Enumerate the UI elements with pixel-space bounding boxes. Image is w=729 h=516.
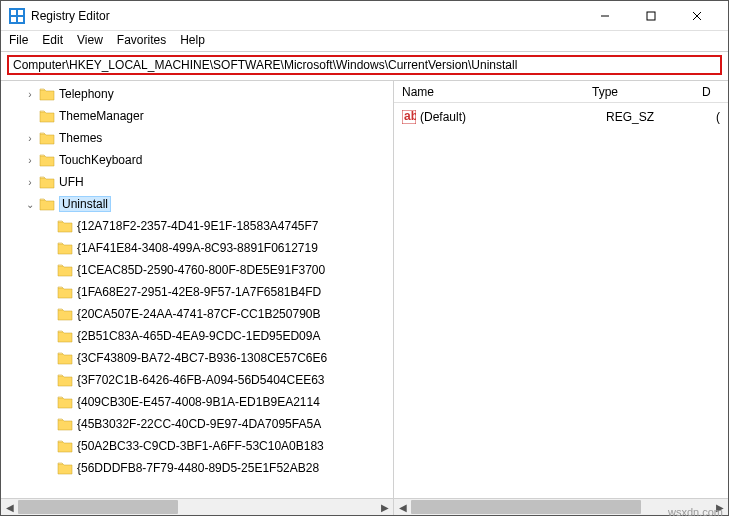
menu-favorites[interactable]: Favorites bbox=[117, 33, 166, 47]
tree-item[interactable]: ⌄Uninstall bbox=[1, 193, 393, 215]
tree-label: {1FA68E27-2951-42E8-9F57-1A7F6581B4FD bbox=[77, 285, 321, 299]
tree-item[interactable]: {20CA507E-24AA-4741-87CF-CC1B250790B bbox=[1, 303, 393, 325]
tree-item[interactable]: ›Telephony bbox=[1, 83, 393, 105]
tree-label: {20CA507E-24AA-4741-87CF-CC1B250790B bbox=[77, 307, 321, 321]
tree-label: Themes bbox=[59, 131, 102, 145]
folder-icon bbox=[39, 197, 55, 211]
tree-item[interactable]: {56DDDFB8-7F79-4480-89D5-25E1F52AB28 bbox=[1, 457, 393, 479]
folder-icon bbox=[57, 461, 73, 475]
folder-icon bbox=[57, 285, 73, 299]
tree-h-scrollbar[interactable]: ◀ ▶ bbox=[1, 498, 393, 515]
value-row[interactable]: ab(Default)REG_SZ( bbox=[402, 107, 720, 127]
tree-label: {45B3032F-22CC-40CD-9E97-4DA7095FA5A bbox=[77, 417, 321, 431]
folder-icon bbox=[57, 417, 73, 431]
tree-label: {2B51C83A-465D-4EA9-9CDC-1ED95ED09A bbox=[77, 329, 320, 343]
menu-help[interactable]: Help bbox=[180, 33, 205, 47]
tree-item[interactable]: {2B51C83A-465D-4EA9-9CDC-1ED95ED09A bbox=[1, 325, 393, 347]
scroll-left-icon[interactable]: ◀ bbox=[394, 499, 411, 515]
maximize-button[interactable] bbox=[628, 1, 674, 30]
chevron-right-icon[interactable]: › bbox=[23, 177, 37, 188]
tree-label: {50A2BC33-C9CD-3BF1-A6FF-53C10A0B183 bbox=[77, 439, 324, 453]
folder-icon bbox=[57, 329, 73, 343]
menu-file[interactable]: File bbox=[9, 33, 28, 47]
tree-label: {12A718F2-2357-4D41-9E1F-18583A4745F7 bbox=[77, 219, 319, 233]
tree-item[interactable]: ›Themes bbox=[1, 127, 393, 149]
folder-icon bbox=[39, 131, 55, 145]
tree-item[interactable]: {50A2BC33-C9CD-3BF1-A6FF-53C10A0B183 bbox=[1, 435, 393, 457]
scroll-thumb[interactable] bbox=[18, 500, 178, 514]
tree-item[interactable]: {45B3032F-22CC-40CD-9E97-4DA7095FA5A bbox=[1, 413, 393, 435]
scroll-left-icon[interactable]: ◀ bbox=[1, 499, 18, 515]
menu-edit[interactable]: Edit bbox=[42, 33, 63, 47]
values-pane[interactable]: Name Type D ab(Default)REG_SZ( ◀ ▶ bbox=[394, 81, 728, 515]
tree-item[interactable]: {1AF41E84-3408-499A-8C93-8891F0612719 bbox=[1, 237, 393, 259]
app-icon bbox=[9, 8, 25, 24]
svg-rect-4 bbox=[18, 17, 23, 22]
menu-view[interactable]: View bbox=[77, 33, 103, 47]
svg-text:ab: ab bbox=[404, 110, 416, 123]
tree-label: {409CB30E-E457-4008-9B1A-ED1B9EA2114 bbox=[77, 395, 320, 409]
tree-label: TouchKeyboard bbox=[59, 153, 142, 167]
tree-item[interactable]: ThemeManager bbox=[1, 105, 393, 127]
watermark: wsxdn.com bbox=[668, 506, 723, 516]
svg-rect-1 bbox=[11, 10, 16, 15]
title-bar: Registry Editor bbox=[1, 1, 728, 31]
col-type[interactable]: Type bbox=[592, 85, 702, 99]
scroll-thumb[interactable] bbox=[411, 500, 641, 514]
tree-item[interactable]: ›TouchKeyboard bbox=[1, 149, 393, 171]
string-value-icon: ab bbox=[402, 110, 416, 124]
folder-icon bbox=[57, 241, 73, 255]
tree-label: ThemeManager bbox=[59, 109, 144, 123]
folder-icon bbox=[39, 153, 55, 167]
close-button[interactable] bbox=[674, 1, 720, 30]
folder-icon bbox=[57, 307, 73, 321]
tree-label: Uninstall bbox=[59, 196, 111, 212]
scroll-right-icon[interactable]: ▶ bbox=[376, 499, 393, 515]
value-type: REG_SZ bbox=[606, 110, 716, 124]
folder-icon bbox=[57, 351, 73, 365]
tree-item[interactable]: {1FA68E27-2951-42E8-9F57-1A7F6581B4FD bbox=[1, 281, 393, 303]
folder-icon bbox=[57, 219, 73, 233]
tree-label: {3F702C1B-6426-46FB-A094-56D5404CEE63 bbox=[77, 373, 325, 387]
chevron-down-icon[interactable]: ⌄ bbox=[23, 199, 37, 210]
tree-label: {1CEAC85D-2590-4760-800F-8DE5E91F3700 bbox=[77, 263, 325, 277]
tree-item[interactable]: ›UFH bbox=[1, 171, 393, 193]
column-header[interactable]: Name Type D bbox=[394, 81, 728, 103]
address-bar-container: Computer\HKEY_LOCAL_MACHINE\SOFTWARE\Mic… bbox=[1, 52, 728, 80]
folder-icon bbox=[39, 109, 55, 123]
menu-bar: File Edit View Favorites Help bbox=[1, 31, 728, 52]
chevron-right-icon[interactable]: › bbox=[23, 89, 37, 100]
folder-icon bbox=[57, 263, 73, 277]
tree-item[interactable]: {1CEAC85D-2590-4760-800F-8DE5E91F3700 bbox=[1, 259, 393, 281]
folder-icon bbox=[39, 87, 55, 101]
window-title: Registry Editor bbox=[31, 9, 582, 23]
tree-label: {1AF41E84-3408-499A-8C93-8891F0612719 bbox=[77, 241, 318, 255]
value-name: (Default) bbox=[420, 110, 606, 124]
tree-label: Telephony bbox=[59, 87, 114, 101]
svg-rect-3 bbox=[11, 17, 16, 22]
tree-label: {56DDDFB8-7F79-4480-89D5-25E1F52AB28 bbox=[77, 461, 319, 475]
chevron-right-icon[interactable]: › bbox=[23, 155, 37, 166]
tree-label: {3CF43809-BA72-4BC7-B936-1308CE57C6E6 bbox=[77, 351, 327, 365]
tree-pane[interactable]: ›TelephonyThemeManager›Themes›TouchKeybo… bbox=[1, 81, 394, 515]
value-data: ( bbox=[716, 110, 720, 124]
tree-item[interactable]: {12A718F2-2357-4D41-9E1F-18583A4745F7 bbox=[1, 215, 393, 237]
folder-icon bbox=[57, 373, 73, 387]
tree-label: UFH bbox=[59, 175, 84, 189]
folder-icon bbox=[39, 175, 55, 189]
chevron-right-icon[interactable]: › bbox=[23, 133, 37, 144]
address-bar[interactable]: Computer\HKEY_LOCAL_MACHINE\SOFTWARE\Mic… bbox=[7, 55, 722, 75]
col-name[interactable]: Name bbox=[402, 85, 592, 99]
tree-item[interactable]: {409CB30E-E457-4008-9B1A-ED1B9EA2114 bbox=[1, 391, 393, 413]
folder-icon bbox=[57, 395, 73, 409]
svg-rect-6 bbox=[647, 12, 655, 20]
tree-item[interactable]: {3CF43809-BA72-4BC7-B936-1308CE57C6E6 bbox=[1, 347, 393, 369]
minimize-button[interactable] bbox=[582, 1, 628, 30]
col-data[interactable]: D bbox=[702, 85, 711, 99]
tree-item[interactable]: {3F702C1B-6426-46FB-A094-56D5404CEE63 bbox=[1, 369, 393, 391]
svg-rect-2 bbox=[18, 10, 23, 15]
folder-icon bbox=[57, 439, 73, 453]
